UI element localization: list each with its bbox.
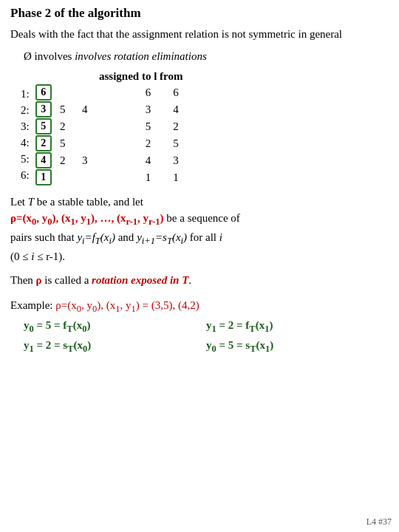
- ec1-r3: 2: [57, 118, 69, 134]
- ec2-r5: 3: [79, 152, 91, 168]
- rc2-r6: 1: [173, 169, 179, 185]
- ex-right-1: y1 = 2 = fT(x1): [206, 316, 273, 336]
- box-4: 2: [35, 135, 52, 151]
- ex-right-2: y0 = 5 = sT(x1): [206, 336, 273, 356]
- yi-label: yi=fT(xi): [77, 231, 115, 243]
- rc1-r6: 1: [146, 169, 151, 185]
- example-rho-text: ρ=(x0, y0), (x1, y1) = (3,5), (4,2): [55, 299, 199, 311]
- assigned-header: assigned to l from: [99, 70, 183, 83]
- rotation-elim-label: involves rotation eliminations: [75, 50, 207, 62]
- ex-left-1: y0 = 5 = fT(x0): [24, 316, 90, 336]
- rc1-r5: 4: [146, 152, 151, 168]
- ec1-r1: [57, 84, 69, 100]
- ec2-r2: 4: [79, 101, 91, 117]
- row-label-4: 4:: [21, 134, 33, 151]
- ec1-r5: 2: [57, 152, 69, 168]
- rc1-r1: 6: [146, 84, 151, 100]
- box-3: 5: [35, 118, 52, 134]
- rc2-r1: 6: [173, 84, 179, 100]
- ec2-r6: [79, 169, 91, 185]
- i-label: i: [219, 231, 222, 243]
- rc2-r4: 5: [173, 135, 179, 151]
- ex-left-2: y1 = 2 = sT(x0): [24, 336, 91, 356]
- rho-label2: ρ: [36, 274, 42, 286]
- para2: Then ρ is called a rotation exposed in T…: [10, 272, 389, 289]
- table-area: 1: 2: 3: 4: 5: 6: 6 3 5 2 4 1 5 2 5 2: [21, 84, 201, 186]
- row-label-2: 2:: [21, 102, 33, 118]
- example-line-2: y1 = 2 = sT(x0) y0 = 5 = sT(x1): [24, 336, 389, 356]
- row-label-5: 5:: [21, 151, 33, 167]
- para1: Let T be a stable table, and let ρ=(x0, …: [10, 194, 389, 265]
- ec2-r4: [79, 135, 91, 151]
- T-label: T: [28, 196, 34, 208]
- right-section: 6 3 5 2 4 1 6 4 2 5 3 1: [146, 84, 201, 186]
- right-col-1: 6 3 5 2 4 1: [146, 84, 151, 186]
- row-labels: 1: 2: 3: 4: 5: 6:: [21, 86, 33, 183]
- row-label-3: 3:: [21, 118, 33, 134]
- extra-col-1: 5 2 5 2: [57, 84, 69, 186]
- row-label-6: 6:: [21, 167, 33, 183]
- example-word: Example:: [10, 299, 55, 311]
- rc2-r2: 4: [173, 101, 179, 117]
- slide-number: L4 #37: [366, 516, 392, 528]
- i-range: i: [31, 250, 34, 262]
- ec1-r2: 5: [57, 101, 69, 117]
- example-line-1: y0 = 5 = fT(x0) y1 = 2 = fT(x1): [24, 316, 389, 336]
- rc1-r4: 2: [146, 135, 151, 151]
- ec1-r6: [57, 169, 69, 185]
- right-col-2: 6 4 2 5 3 1: [173, 84, 179, 186]
- rc2-r3: 2: [173, 118, 179, 134]
- ec2-r1: [79, 84, 91, 100]
- row-label-1: 1:: [21, 86, 33, 102]
- ec1-r4: 5: [57, 135, 69, 151]
- rotation-exposed-label: rotation exposed in T: [92, 274, 188, 286]
- box-5: 4: [35, 152, 52, 168]
- box-6: 1: [35, 169, 52, 185]
- page-title: Phase 2 of the algorithm: [10, 6, 389, 21]
- extra-col-2: 4 3: [79, 84, 91, 186]
- involves-label: involves: [35, 50, 75, 62]
- intro-text: Deals with the fact that the assignment …: [10, 27, 389, 43]
- bullet-point: involves involves rotation eliminations: [24, 50, 389, 63]
- assigned-section: assigned to l from 1: 2: 3: 4: 5: 6: 6 3…: [10, 70, 389, 186]
- boxed-column: 6 3 5 2 4 1: [35, 84, 52, 186]
- rc1-r3: 5: [146, 118, 151, 134]
- rc1-r2: 3: [146, 101, 151, 117]
- example-block: Example: ρ=(x0, y0), (x1, y1) = (3,5), (…: [10, 296, 389, 356]
- box-2: 3: [35, 101, 52, 117]
- yi1-label: yi+1=sT(xi): [137, 231, 187, 243]
- ec2-r3: [79, 118, 91, 134]
- example-title: Example: ρ=(x0, y0), (x1, y1) = (3,5), (…: [10, 296, 389, 316]
- extra-columns: 5 2 5 2 4 3: [57, 84, 101, 186]
- rho-sequence: ρ=(x0, y0), (x1, y1), …, (xr-1, yr-1): [10, 212, 164, 224]
- rc2-r5: 3: [173, 152, 179, 168]
- box-1: 6: [35, 84, 52, 100]
